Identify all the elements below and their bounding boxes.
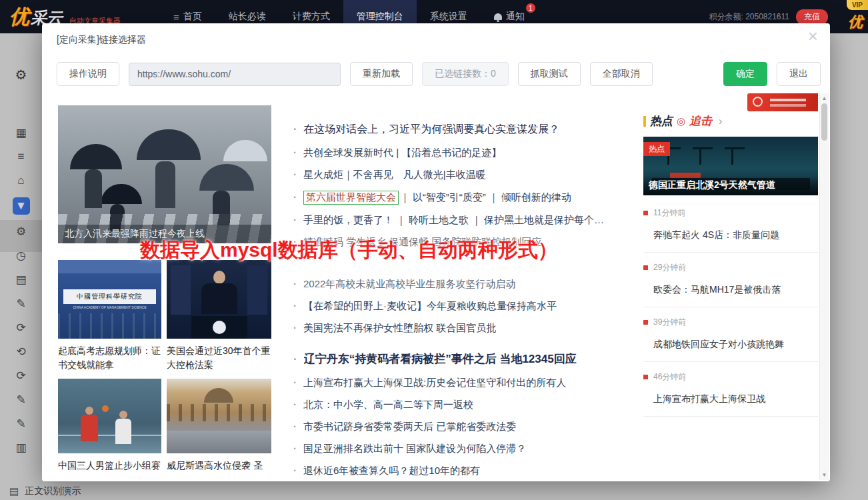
hot-list: 11分钟前奔驰车起火 4S店：非质量问题29分钟前欧委会：马航MH17是被俄击落… (643, 198, 818, 417)
news-link[interactable]: ·辽宁丹东“持黄码者看病被拦”事件之后 当地12345回应 (293, 346, 645, 372)
bullet-square-icon (643, 375, 648, 379)
bullet-icon: · (293, 443, 297, 454)
selected-links-count: 已选链接数：0 (422, 62, 509, 86)
watermark-text: 数据导入mysql数据库（手动、自动两种形式） (140, 237, 558, 264)
thumb-gun-bill[interactable] (167, 260, 271, 339)
hot-section-header[interactable]: 热点 ◎ 追击 › (643, 113, 818, 129)
thumb-institute[interactable]: 中國管理科學研究院 CHINA ACADEMY OF MANAGEMENT SC… (58, 260, 161, 339)
hot-time-row: 39分钟前 (643, 317, 818, 328)
cancel-all-button[interactable]: 全部取消 (590, 62, 653, 86)
hot-item[interactable]: 29分钟前欧委会：马航MH17是被俄击落 (643, 253, 818, 307)
news-text: 市委书记跻身省委常委两天后 已掌舵省委政法委 (303, 421, 516, 433)
menu-icon: ≡ (173, 11, 179, 23)
news-link[interactable]: ·市委书记跻身省委常委两天后 已掌舵省委政法委 (293, 416, 645, 438)
news-text: ｜ 以“智变”引“质变” ｜ 倾听创新的律动 (400, 191, 571, 204)
gallery-caption[interactable]: 中国三人男篮止步小组赛 (58, 459, 163, 473)
scroll-down-icon[interactable]: ▼ (820, 472, 829, 478)
scroll-thumb[interactable] (821, 103, 827, 141)
balance-text: 积分余额: 2050821611 (709, 11, 789, 23)
hot-title[interactable]: 欧委会：马航MH17是被俄击落 (643, 284, 818, 296)
window-grid-shape (58, 313, 161, 339)
news-link[interactable]: ·美国宪法不再保护女性堕胎权 联合国官员批 (293, 317, 645, 339)
player-shape (81, 415, 98, 441)
link-selector-dialog: [定向采集]链接选择器 × 操作说明 重新加载 已选链接数：0 抓取测试 全部取… (42, 23, 830, 481)
hot-item[interactable]: 46分钟前上海宣布打赢大上海保卫战 (643, 362, 818, 417)
help-button[interactable]: 操作说明 (57, 62, 119, 86)
reload-button[interactable]: 重新加载 (350, 62, 413, 86)
gallery-caption[interactable]: 美国会通过近30年首个重大控枪法案 (167, 344, 273, 372)
news-link[interactable]: ·【在希望的田野上·麦收记】今年夏粮收购总量保持高水平 (293, 295, 645, 317)
news-link[interactable]: ·星火成炬｜不舍再见 凡人微光|丰收温暖 (293, 164, 645, 186)
news-text: 在这场对话会上，习近平为何强调要真心实意谋发展？ (303, 123, 559, 137)
url-input[interactable] (129, 63, 341, 86)
hot-time-row: 29分钟前 (643, 262, 818, 273)
hot-item[interactable]: 11分钟前奔驰车起火 4S店：非质量问题 (643, 198, 818, 253)
news-link[interactable]: ·共创全球发展新时代 | 【沿着总书记的足迹】 (293, 142, 645, 164)
bullet-icon: · (293, 214, 297, 225)
news-text: 【在希望的田野上·麦收记】今年夏粮收购总量保持高水平 (303, 300, 557, 313)
floodwater-shape (167, 431, 271, 453)
thumb-basketball[interactable] (58, 379, 161, 453)
hot-time-row: 11分钟前 (643, 207, 818, 219)
hot-title[interactable]: 奔驰车起火 4S店：非质量问题 (643, 229, 818, 241)
news-link[interactable]: ·退休近6年被查算久吗？超过10年的都有 (293, 460, 645, 480)
bullet-icon: · (293, 191, 297, 203)
institute-sign: 中國管理科學研究院 (63, 289, 156, 304)
corner-logo-icon: 优 (848, 12, 863, 32)
news-text: 辽宁丹东“持黄码者看病被拦”事件之后 当地12345回应 (304, 351, 577, 367)
hero-image[interactable]: 北方入汛来最强降雨过程今夜上线 (58, 105, 271, 243)
nav-label: 通知 (506, 11, 525, 23)
crane-arm-shape (725, 147, 745, 149)
news-link[interactable]: ·第六届世界智能大会｜ 以“智变”引“质变” ｜ 倾听创新的律动 (293, 186, 645, 209)
nav-label: 站长必读 (229, 11, 266, 23)
umbrella-shape (70, 144, 122, 169)
hot-time: 46分钟前 (653, 371, 686, 383)
thumb-venice[interactable] (167, 379, 271, 453)
news-text: 退休近6年被查算久吗？超过10年的都有 (303, 465, 480, 477)
vip-badge: VIP (847, 0, 868, 10)
grab-test-button[interactable]: 抓取测试 (518, 62, 581, 86)
gallery-caption[interactable]: 威尼斯遇高水位侵袭 圣 (167, 459, 273, 473)
bullet-icon: · (293, 465, 297, 476)
flag-shape (171, 265, 191, 315)
target-icon: ◎ (677, 115, 685, 127)
hot-time: 11分钟前 (653, 207, 685, 219)
hot-time-row: 46分钟前 (643, 371, 818, 383)
bullet-icon: · (293, 322, 297, 333)
news-link[interactable]: ·在这场对话会上，习近平为何强调要真心实意谋发展？ (293, 117, 645, 142)
gallery-caption[interactable]: 起底高考志愿规划师：证书交钱就能拿 (58, 344, 163, 372)
news-link[interactable]: ·上海宣布打赢大上海保卫战:历史会记住坚守和付出的所有人 (293, 372, 645, 394)
person-shape (155, 161, 175, 208)
recharge-button[interactable]: 充值 (796, 9, 828, 25)
hot-item[interactable]: 39分钟前成都地铁回应女子对小孩跳艳舞 (643, 307, 818, 362)
court-line-shape (58, 435, 161, 436)
notification-badge: 1 (526, 3, 535, 13)
hot-title[interactable]: 上海宣布打赢大上海保卫战 (643, 393, 818, 405)
umbrella-shape (137, 129, 201, 160)
news-link[interactable]: ·北京：中小学、高一高二等下周一返校 (293, 394, 645, 416)
exit-button[interactable]: 退出 (777, 62, 821, 86)
nav-label: 计费方式 (293, 11, 330, 23)
bullet-square-icon (643, 320, 648, 325)
institute-sign-sub: CHINA ACADEMY OF MANAGEMENT SCIENCE (63, 305, 156, 309)
chevron-right-icon[interactable]: › (719, 115, 722, 127)
news-link[interactable]: ·2022年高校未就业高校毕业生服务攻坚行动启动 (293, 273, 645, 295)
news-link[interactable]: ·手里的饭，更香了！ ｜ 聆听土地之歌 ｜ 保护黑土地就是保护每个… (293, 209, 645, 231)
crane-shape (699, 147, 701, 165)
nav-label: 管理控制台 (357, 11, 403, 23)
bullet-icon: · (293, 278, 297, 289)
confirm-button[interactable]: 确定 (723, 62, 767, 86)
hot-title[interactable]: 成都地铁回应女子对小孩跳艳舞 (643, 339, 818, 351)
selected-link-box[interactable]: 第六届世界智能大会 (303, 191, 399, 205)
bullet-icon: · (293, 169, 297, 180)
scrollbar[interactable]: ▲ ▼ (819, 93, 829, 480)
bullet-icon: · (293, 377, 297, 388)
umbrella-shape (199, 164, 254, 191)
news-link[interactable]: ·国足亚洲排名跌出前十 国家队建设为何陷入停滞？ (293, 438, 645, 460)
scroll-up-icon[interactable]: ▲ (820, 95, 829, 101)
promo-banner[interactable] (747, 93, 818, 111)
bullet-icon: · (293, 421, 297, 432)
hot-title-right: 追击 (689, 113, 712, 129)
featured-image[interactable]: 热点 德国正重启北溪2号天然气管道 (643, 137, 818, 195)
close-icon[interactable]: × (808, 27, 818, 45)
